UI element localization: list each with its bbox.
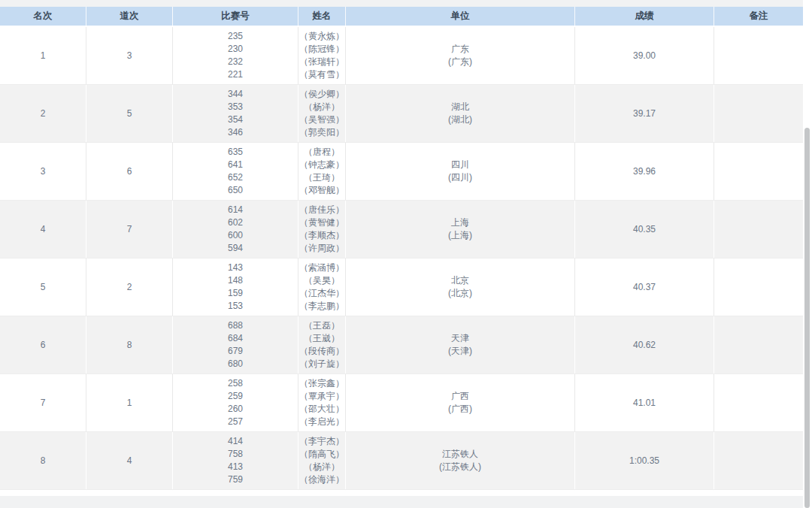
unit-value: 湖北: [451, 101, 469, 113]
name-cell: （唐佳乐）（黄智健）（李顺杰）（许周政）: [298, 201, 346, 258]
athlete-name: （王磊）: [304, 319, 340, 332]
bib-cell: 344353354346: [173, 85, 298, 142]
athlete-name: （钟志豪）: [299, 159, 344, 171]
name-cell: （王磊）（王崴）（段传商）（刘子旋）: [298, 316, 346, 373]
bib-number: 232: [228, 56, 243, 68]
rank-cell: 8: [0, 432, 86, 489]
score-value: 41.01: [633, 397, 656, 410]
table-row: 7 1 258259260257 （张宗鑫）（覃承宇）（邵大壮）（李启光） 广西…: [0, 374, 803, 432]
name-cell: （李宇杰）（隋高飞）（杨洋）（徐海洋）: [298, 432, 346, 489]
unit-sub-value: (上海): [448, 229, 472, 242]
athlete-name: （黄智健）: [299, 216, 344, 229]
unit-value: 北京: [451, 274, 469, 287]
score-value: 1:00.35: [629, 455, 659, 467]
athlete-name: （郭奕阳）: [299, 126, 344, 139]
athlete-name: （覃承宇）: [299, 390, 344, 403]
athlete-name: （杨洋）: [304, 101, 340, 113]
bib-cell: 614602600594: [173, 201, 298, 258]
bib-number: 235: [228, 30, 243, 43]
bib-number: 148: [228, 274, 243, 287]
unit-sub-value: (天津): [448, 345, 472, 358]
unit-cell: 上海 (上海): [346, 201, 575, 258]
lane-cell: 1: [86, 374, 173, 431]
score-value: 39.17: [633, 107, 656, 120]
lane-cell: 6: [86, 143, 173, 200]
column-header-name: 姓名: [298, 7, 346, 26]
unit-value: 广东: [451, 43, 469, 56]
athlete-name: （邵大壮）: [299, 403, 344, 416]
page-top-gap: [0, 0, 803, 7]
name-cell: （张宗鑫）（覃承宇）（邵大壮）（李启光）: [298, 374, 346, 431]
lane-value: 8: [127, 339, 132, 352]
bib-number: 259: [228, 390, 243, 403]
rank-value: 2: [41, 107, 46, 120]
rank-value: 5: [41, 281, 46, 294]
rank-value: 3: [41, 165, 46, 178]
rank-value: 4: [41, 223, 46, 236]
column-header-remark: 备注: [714, 7, 803, 26]
remark-cell: [714, 143, 803, 200]
lane-cell: 5: [86, 85, 173, 142]
score-cell: 1:00.35: [575, 432, 714, 489]
lane-value: 3: [127, 50, 132, 62]
bib-number: 679: [228, 345, 243, 358]
athlete-name: （王崴）: [304, 332, 340, 345]
name-cell: （侯少卿）（杨洋）（吴智强）（郭奕阳）: [298, 85, 346, 142]
bib-number: 650: [228, 184, 243, 197]
athlete-name: （唐程）: [304, 146, 340, 159]
bib-number: 602: [228, 216, 243, 229]
table-row: 5 2 143148159153 （索涵博）（吴昊）（江杰华）（李志鹏） 北京 …: [0, 259, 803, 316]
score-value: 40.62: [633, 339, 656, 352]
unit-sub-value: (广东): [448, 56, 472, 68]
bib-number: 260: [228, 403, 243, 416]
lane-cell: 3: [86, 27, 173, 84]
athlete-name: （许周政）: [299, 242, 344, 255]
athlete-name: （索涵博）: [299, 262, 344, 274]
column-header-unit: 单位: [346, 7, 575, 26]
rank-value: 7: [41, 397, 46, 410]
bib-number: 614: [228, 204, 243, 216]
score-cell: 39.96: [575, 143, 714, 200]
athlete-name: （陈冠锋）: [299, 43, 344, 56]
table-body: 1 3 235230232221 （黄永炼）（陈冠锋）（张瑞轩）（莫有雪） 广东…: [0, 27, 803, 490]
rank-cell: 1: [0, 27, 86, 84]
bib-cell: 235230232221: [173, 27, 298, 84]
unit-cell: 广东 (广东): [346, 27, 575, 84]
athlete-name: （李宇杰）: [299, 435, 344, 448]
athlete-name: （邓智舰）: [299, 184, 344, 197]
lane-value: 7: [127, 223, 132, 236]
athlete-name: （黄永炼）: [299, 30, 344, 43]
unit-cell: 广西 (广西): [346, 374, 575, 431]
name-cell: （唐程）（钟志豪）（王琦）（邓智舰）: [298, 143, 346, 200]
athlete-name: （江杰华）: [299, 287, 344, 300]
bib-number: 594: [228, 242, 243, 255]
rank-cell: 2: [0, 85, 86, 142]
athlete-name: （侯少卿）: [299, 88, 344, 101]
table-row: 8 4 414758413759 （李宇杰）（隋高飞）（杨洋）（徐海洋） 江苏铁…: [0, 432, 803, 490]
unit-value: 天津: [451, 332, 469, 345]
lane-cell: 8: [86, 316, 173, 373]
athlete-name: （李志鹏）: [299, 300, 344, 313]
score-value: 40.37: [633, 281, 656, 294]
remark-cell: [714, 259, 803, 316]
athlete-name: （张瑞轩）: [299, 56, 344, 68]
results-page: 名次道次比赛号姓名单位成绩备注 1 3 235230232221 （黄永炼）（陈…: [0, 0, 812, 508]
bib-number: 688: [228, 319, 243, 332]
bib-cell: 414758413759: [173, 432, 298, 489]
athlete-name: （莫有雪）: [299, 68, 344, 81]
unit-value: 四川: [451, 159, 469, 171]
name-cell: （索涵博）（吴昊）（江杰华）（李志鹏）: [298, 259, 346, 316]
unit-sub-value: (江苏铁人): [439, 461, 481, 473]
table-row: 1 3 235230232221 （黄永炼）（陈冠锋）（张瑞轩）（莫有雪） 广东…: [0, 27, 803, 85]
athlete-name: （李启光）: [299, 416, 344, 428]
unit-cell: 四川 (四川): [346, 143, 575, 200]
athlete-name: （张宗鑫）: [299, 377, 344, 390]
vertical-scrollbar[interactable]: [803, 0, 812, 508]
scrollbar-thumb[interactable]: [804, 128, 810, 508]
bib-number: 759: [228, 473, 243, 486]
bib-number: 652: [228, 171, 243, 184]
unit-sub-value: (北京): [448, 287, 472, 300]
bib-cell: 635641652650: [173, 143, 298, 200]
lane-cell: 4: [86, 432, 173, 489]
table-row: 6 8 688684679680 （王磊）（王崴）（段传商）（刘子旋） 天津 (…: [0, 316, 803, 374]
